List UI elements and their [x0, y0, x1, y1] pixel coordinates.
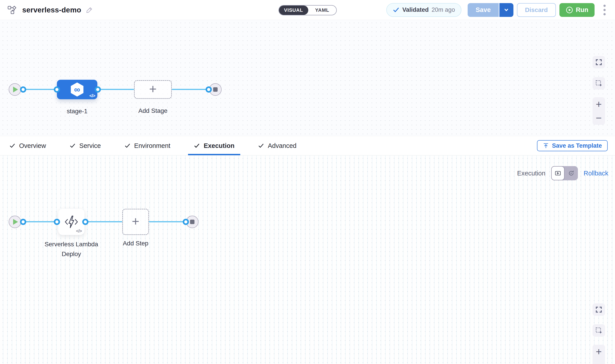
- zoom-in-button[interactable]: +: [596, 346, 602, 357]
- fullscreen-icon: [595, 306, 602, 313]
- add-step-label: Add Step: [123, 240, 148, 247]
- execution-mode-segment[interactable]: [551, 166, 564, 180]
- zoom-out-button[interactable]: −: [596, 360, 602, 364]
- run-play-icon: [566, 6, 573, 14]
- toggle-visual[interactable]: VISUAL: [279, 6, 308, 15]
- tab-label: Advanced: [268, 142, 296, 149]
- fullscreen-icon: [595, 59, 602, 65]
- pipeline-icon: [8, 6, 18, 14]
- connector-port: [206, 86, 212, 93]
- code-badge-icon: </>: [76, 229, 82, 234]
- upload-template-icon: [543, 143, 549, 149]
- zoom-out-button[interactable]: −: [596, 113, 602, 123]
- tab-check-icon: [258, 143, 264, 149]
- pipeline-start-node: [9, 83, 21, 96]
- tab-advanced[interactable]: Advanced: [252, 136, 302, 155]
- stage-name-label: stage-1: [67, 108, 87, 115]
- tab-environment[interactable]: Environment: [119, 136, 176, 155]
- plus-icon: +: [132, 215, 139, 228]
- fit-to-screen-button[interactable]: [593, 303, 605, 316]
- edge-line: [172, 89, 209, 90]
- connector-port: [20, 219, 26, 225]
- run-button[interactable]: Run: [560, 3, 595, 17]
- save-as-template-button[interactable]: Save as Template: [537, 140, 608, 151]
- end-stop-icon: [190, 220, 194, 224]
- visual-yaml-toggle: VISUAL YAML: [279, 5, 337, 15]
- tab-overview[interactable]: Overview: [3, 136, 52, 155]
- zoom-controls: + −: [593, 345, 605, 364]
- add-stage-button[interactable]: +: [134, 80, 172, 99]
- stage-node-stage-1[interactable]: ∞ </>: [57, 80, 97, 99]
- validated-badge[interactable]: Validated 20m ago: [386, 3, 461, 17]
- toggle-yaml[interactable]: YAML: [308, 6, 336, 15]
- plus-icon: +: [149, 82, 157, 95]
- save-as-template-label: Save as Template: [552, 142, 602, 149]
- connector-port: [95, 86, 101, 93]
- pipeline-header: serverless-demo VISUAL YAML Validated 20…: [0, 0, 615, 20]
- edge-line: [149, 221, 186, 222]
- add-step-button[interactable]: +: [122, 209, 149, 235]
- tab-check-icon: [124, 143, 131, 149]
- tab-check-icon: [194, 143, 200, 149]
- execution-rollback-toggle: [551, 166, 578, 180]
- page-title: serverless-demo: [22, 6, 81, 14]
- execution-graph-canvas[interactable]: Execution Rollb: [0, 156, 615, 364]
- tab-check-icon: [9, 143, 15, 149]
- marquee-select-button[interactable]: [593, 77, 605, 90]
- save-button[interactable]: Save: [468, 3, 499, 17]
- validated-time: 20m ago: [432, 6, 455, 13]
- zoom-controls: + −: [593, 97, 605, 125]
- fit-to-screen-button[interactable]: [593, 56, 605, 68]
- step-node-serverless-lambda-deploy[interactable]: </>: [58, 209, 84, 235]
- validated-label: Validated: [402, 6, 429, 13]
- stage-graph-canvas[interactable]: ∞ </> + stage-1 Add Stage + −: [0, 20, 615, 136]
- rollback-link[interactable]: Rollback: [584, 170, 608, 177]
- edge-line: [21, 221, 57, 222]
- edge-line: [21, 89, 57, 90]
- check-icon: [393, 7, 399, 13]
- tab-label: Execution: [204, 142, 234, 149]
- connector-port: [183, 219, 189, 225]
- save-options-caret[interactable]: [499, 3, 513, 17]
- start-play-icon: [13, 87, 18, 92]
- marquee-select-icon: [595, 327, 602, 334]
- marquee-select-button[interactable]: [593, 324, 605, 337]
- execution-start-node: [9, 216, 21, 228]
- zoom-in-button[interactable]: +: [596, 99, 602, 109]
- execution-steps-icon: [555, 170, 561, 177]
- deploy-stage-icon: ∞: [70, 82, 84, 97]
- code-badge-icon: </>: [89, 93, 95, 98]
- tab-service[interactable]: Service: [64, 136, 107, 155]
- more-options-kebab-icon[interactable]: [601, 3, 608, 17]
- rollback-mode-segment[interactable]: [564, 166, 578, 180]
- serverless-lambda-icon: [64, 214, 79, 230]
- tab-label: Environment: [134, 142, 171, 149]
- discard-button[interactable]: Discard: [517, 3, 556, 17]
- stage-config-tabbar: Overview Service Environment Execution A…: [0, 136, 615, 156]
- connector-port: [20, 86, 26, 93]
- start-play-icon: [13, 219, 18, 225]
- tab-label: Overview: [19, 142, 46, 149]
- run-label: Run: [576, 6, 588, 13]
- execution-mode-label: Execution: [517, 170, 545, 177]
- infinity-glyph: ∞: [74, 85, 80, 94]
- edge-line: [98, 89, 134, 90]
- add-stage-label: Add Stage: [138, 107, 168, 114]
- connector-port: [54, 86, 60, 93]
- execution-mode-row: Execution Rollb: [517, 166, 608, 180]
- chevron-down-icon: [503, 7, 509, 13]
- edge-line: [85, 221, 122, 222]
- step-name-label: Serverless Lambda Deploy: [41, 239, 101, 259]
- end-stop-icon: [213, 87, 218, 92]
- tab-execution[interactable]: Execution: [188, 136, 240, 155]
- tab-check-icon: [69, 143, 76, 149]
- connector-port: [54, 219, 60, 225]
- tab-label: Service: [79, 142, 101, 149]
- marquee-select-icon: [595, 80, 602, 87]
- connector-port: [82, 219, 88, 225]
- save-split-button: Save: [468, 3, 513, 17]
- rollback-steps-icon: [568, 170, 575, 177]
- edit-pencil-icon[interactable]: [86, 6, 93, 14]
